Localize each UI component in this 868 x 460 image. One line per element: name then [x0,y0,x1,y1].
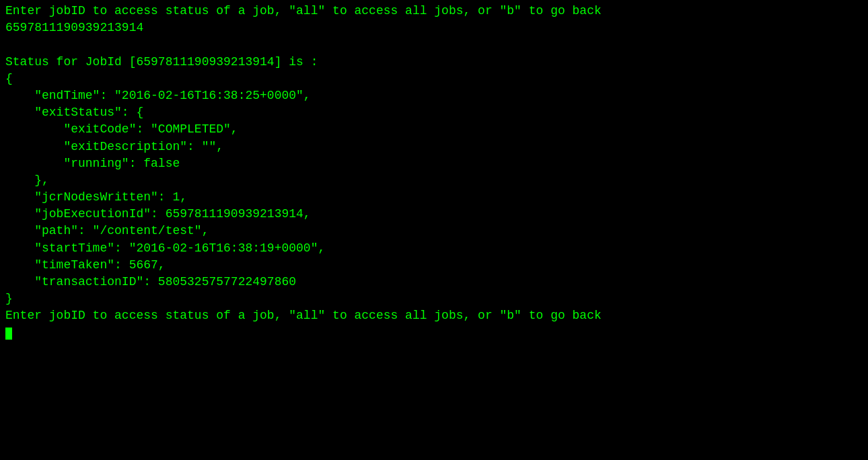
terminal-window: Enter jobID to access status of a job, "… [5,3,863,457]
prompt-line-1: Enter jobID to access status of a job, "… [5,3,863,20]
json-jcr-nodes: "jcrNodesWritten": 1, [5,189,863,206]
job-id-input-line: 6597811190939213914 [5,20,863,36]
json-exit-status-close: }, [5,172,863,189]
json-time-taken: "timeTaken": 5667, [5,257,863,274]
json-job-execution-id: "jobExecutionId": 6597811190939213914, [5,206,863,223]
json-exit-status-open: "exitStatus": { [5,104,863,121]
json-open-brace: { [5,71,863,87]
input-line[interactable] [5,325,863,342]
json-path: "path": "/content/test", [5,223,863,239]
json-end-time: "endTime": "2016-02-16T16:38:25+0000", [5,87,863,104]
json-close-brace: } [5,291,863,307]
prompt-line-2: Enter jobID to access status of a job, "… [5,307,863,324]
json-running: "running": false [5,155,863,172]
blank-line-1 [5,36,863,53]
json-transaction-id: "transactionID": 5805325757722497860 [5,274,863,291]
json-start-time: "startTime": "2016-02-16T16:38:19+0000", [5,240,863,257]
terminal-cursor [5,328,12,340]
status-header-line: Status for JobId [6597811190939213914] i… [5,54,863,71]
json-exit-code: "exitCode": "COMPLETED", [5,121,863,138]
json-exit-description: "exitDescription": "", [5,139,863,155]
